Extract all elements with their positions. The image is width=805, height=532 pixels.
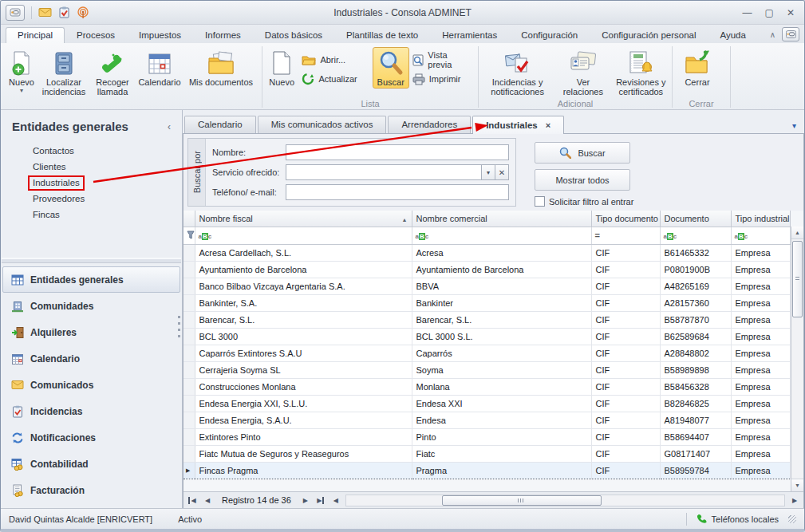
cell-nombre-fiscal[interactable]: Barencar, S.L.	[195, 311, 412, 328]
table-row[interactable]: Construcciones Monlana Monlana CIF B5845…	[183, 378, 791, 395]
filter-tipo-documento[interactable]: =	[591, 227, 660, 244]
restore-button[interactable]: ▢	[765, 7, 774, 18]
horizontal-scrollbar[interactable]	[345, 495, 785, 506]
cell-tipo-industrial[interactable]: Empresa	[731, 445, 791, 462]
table-row[interactable]: Banco Bilbao Vizcaya Argentaria S.A. BBV…	[183, 278, 791, 294]
search-group-tab[interactable]: Buscar por	[188, 139, 206, 206]
tab-close-icon[interactable]: ×	[546, 117, 550, 134]
scroll-up-icon[interactable]: ▲	[791, 227, 803, 239]
close-button[interactable]: ✕	[787, 7, 795, 18]
cell-nombre-comercial[interactable]: Endesa XXI	[412, 395, 591, 412]
cell-nombre-comercial[interactable]: Bankinter	[412, 294, 591, 311]
cell-documento[interactable]: B58959784	[660, 462, 731, 479]
help-app-button[interactable]	[782, 27, 799, 41]
filter-tipo-industrial[interactable]: aBc	[731, 227, 791, 244]
vista-previa-button[interactable]: Vista previa	[409, 52, 476, 68]
cell-nombre-comercial[interactable]: Monlana	[412, 378, 591, 395]
tab-list-dropdown-icon[interactable]: ▾	[792, 121, 803, 133]
cell-nombre-comercial[interactable]: BCL 3000 S.L.	[412, 328, 591, 345]
cell-tipo-documento[interactable]: CIF	[591, 412, 660, 428]
cell-documento[interactable]: A28157360	[660, 294, 731, 311]
hscroll-left-icon[interactable]: ◀	[329, 494, 343, 507]
table-row[interactable]: Acresa Cardellach, S.L. Acresa CIF B6146…	[183, 244, 791, 261]
cell-tipo-documento[interactable]: CIF	[591, 462, 660, 479]
nav-alquileres[interactable]: Alquileres	[2, 319, 180, 345]
scroll-down-icon[interactable]: ▼	[791, 479, 803, 491]
table-row[interactable]: Barencar, S.L. Barencar, S.L. CIF B58787…	[183, 311, 791, 328]
prev-record-button[interactable]: ◀	[200, 494, 215, 507]
doc-tab-mis-comunicados[interactable]: Mis comunicados activos	[258, 116, 387, 133]
col-nombre-comercial[interactable]: Nombre comercial	[412, 211, 591, 227]
cell-nombre-comercial[interactable]: Fiatc	[412, 445, 591, 462]
nav-facturacion[interactable]: Facturación	[2, 477, 180, 503]
collapse-ribbon-icon[interactable]: ∧	[770, 30, 775, 39]
col-tipo-industrial[interactable]: Tipo industrial	[731, 211, 791, 227]
vertical-scrollbar[interactable]: ▲ ▼	[791, 227, 803, 491]
cell-nombre-fiscal[interactable]: Endesa Energia, S.A.U.	[195, 412, 412, 428]
scroll-thumb[interactable]	[792, 241, 803, 317]
cell-nombre-comercial[interactable]: Acresa	[412, 244, 591, 261]
nav-comunicados[interactable]: Comunicados	[2, 372, 180, 398]
col-tipo-documento[interactable]: Tipo documento	[591, 211, 660, 227]
cell-tipo-documento[interactable]: CIF	[591, 294, 660, 311]
ribbon-tab-impuestos[interactable]: Impuestos	[127, 27, 193, 43]
calendario-button[interactable]: Calendario	[135, 47, 184, 89]
table-row[interactable]: Ayuntamiento de Barcelona Ayuntamiento d…	[183, 261, 791, 278]
filter-nombre-comercial[interactable]: aBc	[412, 227, 591, 244]
cell-documento[interactable]: P0801900B	[660, 261, 731, 278]
localizar-incidencias-button[interactable]: Localizar incidencias	[37, 47, 90, 98]
servicio-combo-input[interactable]	[286, 164, 482, 180]
hscroll-thumb[interactable]	[442, 495, 602, 506]
table-row[interactable]: Fincas Pragma Pragma CIF B58959784 Empre…	[183, 462, 791, 479]
cell-nombre-comercial[interactable]: Endesa	[412, 412, 591, 428]
cell-tipo-documento[interactable]: CIF	[591, 261, 660, 278]
filter-funnel-cell[interactable]	[183, 227, 195, 244]
cell-nombre-fiscal[interactable]: Extintores Pinto	[195, 428, 412, 445]
cell-nombre-fiscal[interactable]: Construcciones Monlana	[195, 378, 412, 395]
sidebar-collapse-icon[interactable]: ‹	[168, 121, 174, 132]
sidebar-item-industriales[interactable]: Industriales	[1, 175, 182, 191]
combo-clear-icon[interactable]: ✕	[495, 164, 509, 180]
cell-tipo-industrial[interactable]: Empresa	[731, 345, 791, 361]
sidebar-item-proveedores[interactable]: Proveedores	[1, 191, 182, 207]
recoger-llamada-button[interactable]: Recoger llamada	[90, 47, 135, 98]
cell-documento[interactable]: G08171407	[660, 445, 731, 462]
broadcast-icon[interactable]	[77, 6, 89, 18]
combo-dropdown-icon[interactable]: ▾	[482, 164, 495, 180]
cell-nombre-comercial[interactable]: Caparrós	[412, 345, 591, 361]
cell-tipo-industrial[interactable]: Empresa	[731, 311, 791, 328]
doc-tab-calendario[interactable]: Calendario	[184, 116, 256, 133]
app-menu-button[interactable]	[6, 5, 25, 21]
cell-nombre-fiscal[interactable]: Ayuntamiento de Barcelona	[195, 261, 412, 278]
sidebar-item-contactos[interactable]: Contactos	[1, 143, 182, 159]
doc-tab-arrendadores[interactable]: Arrendadores	[388, 116, 471, 133]
cell-documento[interactable]: A48265169	[660, 278, 731, 294]
doc-tab-industriales[interactable]: Industriales ×	[472, 116, 564, 134]
ribbon-tab-ayuda[interactable]: Ayuda	[708, 27, 758, 43]
table-row[interactable]: Endesa Energia XXI, S.L.U. Endesa XXI CI…	[183, 395, 791, 412]
cell-documento[interactable]: B58989898	[660, 361, 731, 378]
nav-notificaciones[interactable]: Notificaciones	[2, 424, 180, 451]
ver-relaciones-button[interactable]: Ver relaciones	[554, 47, 612, 98]
cell-documento[interactable]: A28848802	[660, 345, 731, 361]
cell-tipo-industrial[interactable]: Empresa	[731, 378, 791, 395]
cell-tipo-industrial[interactable]: Empresa	[731, 428, 791, 445]
col-documento[interactable]: Documento	[660, 211, 731, 227]
cell-nombre-comercial[interactable]: Soyma	[412, 361, 591, 378]
cell-tipo-industrial[interactable]: Empresa	[731, 244, 791, 261]
cell-tipo-industrial[interactable]: Empresa	[731, 328, 791, 345]
nav-contabilidad[interactable]: Contabilidad	[2, 451, 180, 477]
sidebar-item-fincas[interactable]: Fincas	[1, 207, 182, 223]
cell-tipo-documento[interactable]: CIF	[591, 445, 660, 462]
cell-tipo-documento[interactable]: CIF	[591, 361, 660, 378]
cell-nombre-fiscal[interactable]: Banco Bilbao Vizcaya Argentaria S.A.	[195, 278, 412, 294]
nuevo-button[interactable]: Nuevo ▾	[6, 47, 37, 95]
mostrar-todos-button[interactable]: Mostrar todos	[535, 169, 630, 191]
mis-documentos-button[interactable]: Mis documentos	[184, 47, 258, 89]
table-row[interactable]: Endesa Energia, S.A.U. Endesa CIF A81948…	[183, 412, 791, 428]
mail-icon[interactable]	[38, 7, 52, 18]
table-row[interactable]: BCL 3000 BCL 3000 S.L. CIF B62589684 Emp…	[183, 328, 791, 345]
cell-tipo-documento[interactable]: CIF	[591, 244, 660, 261]
buscar-ribbon-button[interactable]: Buscar	[373, 47, 409, 89]
resize-grip[interactable]	[788, 515, 796, 523]
